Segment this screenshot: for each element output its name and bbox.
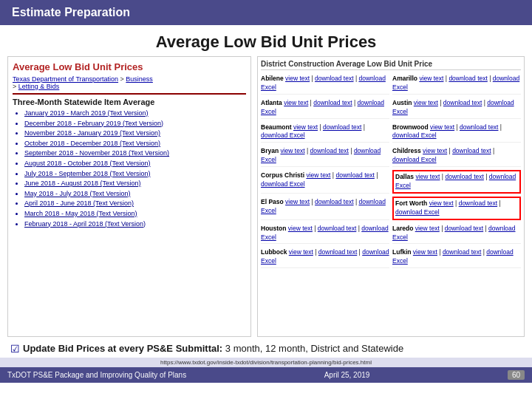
list-item[interactable]: September 2018 - November 2018 (Text Ver… — [24, 149, 246, 158]
district-name: Houston — [261, 225, 288, 232]
district-grid: Abilene view text | download text | down… — [261, 73, 521, 268]
district-link-download-text[interactable]: download text — [443, 248, 481, 256]
district-link-download-Excel[interactable]: download Excel — [261, 180, 305, 188]
district-link-view-text[interactable]: view text — [413, 248, 437, 256]
district-item: Beaumont view text | download text | dow… — [261, 122, 389, 143]
district-link-download-text[interactable]: download text — [335, 171, 374, 179]
district-link-download-text[interactable]: download text — [445, 225, 483, 232]
list-item[interactable]: February 2018 - April 2018 (Text Version… — [24, 219, 246, 229]
list-item[interactable]: March 2018 - May 2018 (Text Version) — [24, 209, 246, 219]
header-bar: Estimate Preparation — [0, 0, 532, 25]
bottom-label-rest: 3 month, 12 month, District and Statewid… — [222, 343, 403, 354]
district-name: Childress — [392, 147, 423, 154]
breadcrumb-txdot[interactable]: Texas Department of Transportation — [13, 75, 118, 83]
district-link-view-text[interactable]: view text — [415, 173, 440, 180]
district-link-view-text[interactable]: view text — [423, 147, 447, 154]
district-link-download-Excel[interactable]: download Excel — [392, 156, 437, 163]
district-name: El Paso — [261, 198, 285, 205]
district-name: Bryan — [261, 147, 280, 154]
district-link-download-text[interactable]: download text — [318, 248, 357, 256]
left-panel: Average Low Bid Unit Prices Texas Depart… — [7, 56, 251, 337]
district-link-view-text[interactable]: view text — [285, 198, 310, 205]
left-panel-title: Average Low Bid Unit Prices — [13, 61, 246, 72]
district-item: Abilene view text | download text | down… — [261, 73, 389, 95]
district-link-download-Excel[interactable]: download Excel — [392, 132, 437, 139]
url-text: https://www.txdot.gov/inside-txdot/divis… — [160, 359, 372, 366]
district-link-download-text[interactable]: download text — [443, 99, 482, 106]
district-link-view-text[interactable]: view text — [284, 99, 308, 106]
district-link-view-text[interactable]: view text — [306, 171, 330, 179]
district-link-download-text[interactable]: download text — [323, 123, 361, 131]
district-item: Bryan view text | download text | downlo… — [261, 146, 389, 167]
district-link-download-Excel[interactable]: download Excel — [395, 208, 440, 216]
breadcrumb-business[interactable]: Business — [126, 75, 153, 83]
district-link-download-text[interactable]: download text — [445, 173, 483, 180]
bottom-text: ☑ Update Bid Prices at every PS&E Submit… — [0, 337, 532, 358]
list-item[interactable]: April 2018 - June 2018 (Text Version) — [24, 199, 246, 208]
district-link-download-text[interactable]: download text — [313, 99, 352, 106]
district-name: Lufkin — [392, 248, 413, 256]
right-panel-title: District Construction Average Low Bid Un… — [261, 60, 521, 70]
district-name: Atlanta — [261, 99, 284, 106]
district-name: Fort Worth — [395, 200, 429, 207]
district-item: Corpus Christi view text | download text… — [261, 170, 389, 194]
district-link-view-text[interactable]: view text — [429, 200, 454, 207]
district-item: Austin view text | download text | downl… — [392, 98, 521, 119]
district-name: Lubbock — [261, 248, 289, 256]
district-name: Laredo — [392, 225, 415, 232]
breadcrumb-letting[interactable]: Letting & Bids — [18, 83, 60, 90]
district-link-download-text[interactable]: download text — [452, 147, 491, 154]
district-item: Amarillo view text | download text | dow… — [392, 73, 521, 95]
district-link-view-text[interactable]: view text — [285, 75, 310, 82]
district-name: Austin — [392, 99, 414, 106]
district-link-download-text[interactable]: download text — [310, 147, 348, 154]
list-item[interactable]: December 2018 - February 2019 (Text Vers… — [24, 119, 246, 129]
right-panel: District Construction Average Low Bid Un… — [257, 56, 525, 337]
district-item: Dallas view text | download text | downl… — [392, 170, 521, 194]
district-link-download-Excel[interactable]: download Excel — [261, 132, 305, 139]
district-link-download-text[interactable]: download text — [315, 198, 353, 205]
list-item[interactable]: January 2019 - March 2019 (Text Version) — [24, 109, 246, 118]
district-link-view-text[interactable]: view text — [288, 225, 313, 232]
district-link-download-text[interactable]: download text — [449, 75, 487, 82]
footer-left: TxDOT PS&E Package and Improving Quality… — [7, 371, 186, 379]
district-item: Fort Worth view text | download text | d… — [392, 197, 521, 220]
district-link-download-text[interactable]: download text — [460, 123, 498, 131]
footer-right-label: April 25, 2019 — [324, 371, 370, 379]
district-link-download-text[interactable]: download text — [318, 225, 356, 232]
district-name: Brownwood — [392, 123, 430, 131]
district-link-view-text[interactable]: view text — [415, 225, 440, 232]
district-link-view-text[interactable]: view text — [430, 123, 454, 131]
district-link-view-text[interactable]: view text — [414, 99, 438, 106]
district-link-view-text[interactable]: view text — [419, 75, 443, 82]
district-link-view-text[interactable]: view text — [293, 123, 318, 131]
left-divider — [13, 93, 246, 95]
district-link-view-text[interactable]: view text — [280, 147, 304, 154]
district-name: Abilene — [261, 75, 285, 82]
district-item: Brownwood view text | download text | do… — [392, 122, 521, 143]
url-bar: https://www.txdot.gov/inside-txdot/divis… — [0, 358, 532, 367]
district-link-view-text[interactable]: view text — [289, 248, 313, 256]
list-item[interactable]: August 2018 - October 2018 (Text Version… — [24, 159, 246, 168]
district-link-download-text[interactable]: download text — [315, 75, 353, 82]
district-name: Amarillo — [392, 75, 419, 82]
district-item: Atlanta view text | download text | down… — [261, 98, 389, 119]
footer-bar: TxDOT PS&E Package and Improving Quality… — [0, 367, 532, 383]
slide-title: Average Low Bid Unit Prices — [0, 25, 532, 56]
district-item: Lufkin view text | download text | downl… — [392, 247, 521, 268]
district-name: Dallas — [395, 173, 415, 180]
list-item[interactable]: November 2018 - January 2019 (Text Versi… — [24, 129, 246, 138]
checkbox-icon: ☑ — [10, 343, 20, 355]
list-item[interactable]: October 2018 - December 2018 (Text Versi… — [24, 139, 246, 149]
list-item[interactable]: June 2018 - August 2018 (Text Version) — [24, 179, 246, 188]
district-item: El Paso view text | download text | down… — [261, 197, 389, 220]
district-name: Corpus Christi — [261, 171, 306, 179]
district-link-download-text[interactable]: download text — [459, 200, 497, 207]
district-item: Houston view text | download text | down… — [261, 223, 389, 245]
list-item[interactable]: July 2018 - September 2018 (Text Version… — [24, 169, 246, 179]
slide-content: Average Low Bid Unit Prices Texas Depart… — [0, 56, 532, 337]
list-item[interactable]: May 2018 - July 2018 (Text Version) — [24, 189, 246, 199]
section-heading: Three-Month Statewide Item Average — [13, 98, 246, 106]
page-number: 60 — [508, 370, 525, 380]
breadcrumb: Texas Department of Transportation > Bus… — [13, 75, 246, 90]
